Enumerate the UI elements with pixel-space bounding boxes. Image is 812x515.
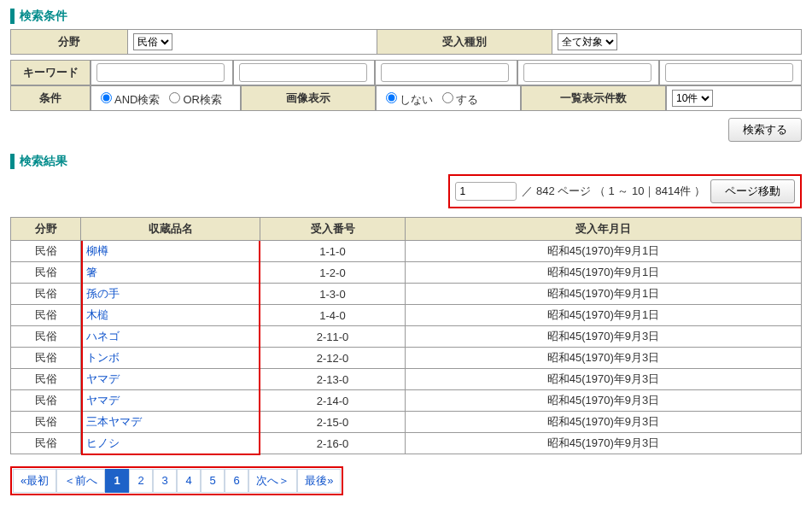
- pager-page-6[interactable]: 6: [225, 469, 248, 493]
- item-name-link[interactable]: トンボ: [86, 351, 120, 364]
- pager-page-5[interactable]: 5: [201, 469, 225, 493]
- cell-date: 昭和45(1970)年9月1日: [406, 241, 802, 262]
- cell-name: トンボ: [81, 348, 260, 369]
- table-row: 民俗ハネゴ2-11-0昭和45(1970)年9月3日: [11, 326, 802, 348]
- col-head-name: 収蔵品名: [81, 218, 260, 241]
- keyword-input-1[interactable]: [96, 63, 225, 82]
- cell-field: 民俗: [11, 326, 81, 348]
- pager-last[interactable]: 最後»: [297, 469, 341, 493]
- list-count-select[interactable]: 10件: [672, 90, 713, 107]
- cell-name: ハネゴ: [81, 326, 260, 348]
- cell-field: 民俗: [11, 348, 81, 369]
- table-row: 民俗トンボ2-12-0昭和45(1970)年9月3日: [11, 348, 802, 369]
- img-on-radio[interactable]: [442, 92, 453, 103]
- cell-num: 1-3-0: [260, 284, 406, 305]
- and-radio-label[interactable]: AND検索: [96, 90, 160, 108]
- pager-page-3[interactable]: 3: [153, 469, 177, 493]
- page-number-input[interactable]: [455, 182, 517, 201]
- pager-page-2[interactable]: 2: [129, 469, 153, 493]
- item-name-link[interactable]: 木槌: [86, 308, 108, 321]
- table-row: 民俗三本ヤマデ2-15-0昭和45(1970)年9月3日: [11, 412, 802, 433]
- cell-date: 昭和45(1970)年9月3日: [406, 369, 802, 390]
- cell-num: 2-14-0: [260, 390, 406, 412]
- cell-num: 2-16-0: [260, 433, 406, 454]
- cell-name: 三本ヤマデ: [81, 412, 260, 433]
- cell-num: 1-2-0: [260, 262, 406, 284]
- table-row: 民俗ヒノシ2-16-0昭和45(1970)年9月3日: [11, 433, 802, 454]
- pager-page-4[interactable]: 4: [177, 469, 201, 493]
- pager-next[interactable]: 次へ＞: [248, 469, 297, 493]
- item-name-link[interactable]: ヤマデ: [86, 372, 120, 385]
- cell-date: 昭和45(1970)年9月3日: [406, 326, 802, 348]
- cell-name: ヤマデ: [81, 369, 260, 390]
- cell-name: 木槌: [81, 305, 260, 326]
- cell-field: 民俗: [11, 241, 81, 262]
- cell-num: 2-15-0: [260, 412, 406, 433]
- img-off-radio-label[interactable]: しない: [382, 90, 433, 108]
- cell-date: 昭和45(1970)年9月3日: [406, 390, 802, 412]
- condition-label: 条件: [10, 85, 91, 111]
- cell-date: 昭和45(1970)年9月1日: [406, 284, 802, 305]
- table-row: 民俗箸1-2-0昭和45(1970)年9月1日: [11, 262, 802, 284]
- cell-field: 民俗: [11, 412, 81, 433]
- list-count-label: 一覧表示件数: [521, 85, 666, 111]
- table-row: 民俗孫の手1-3-0昭和45(1970)年9月1日: [11, 284, 802, 305]
- col-head-num: 受入番号: [260, 218, 406, 241]
- search-results-header: 検索結果: [10, 154, 802, 169]
- cell-date: 昭和45(1970)年9月1日: [406, 305, 802, 326]
- cell-name: ヤマデ: [81, 390, 260, 412]
- img-on-radio-label[interactable]: する: [438, 90, 478, 108]
- cell-field: 民俗: [11, 390, 81, 412]
- search-button[interactable]: 検索する: [728, 118, 802, 142]
- item-name-link[interactable]: ヒノシ: [86, 436, 120, 449]
- cell-date: 昭和45(1970)年9月3日: [406, 412, 802, 433]
- item-name-link[interactable]: 孫の手: [86, 287, 120, 300]
- cell-field: 民俗: [11, 305, 81, 326]
- item-name-link[interactable]: ハネゴ: [86, 330, 120, 342]
- item-name-link[interactable]: ヤマデ: [86, 394, 120, 407]
- img-off-radio[interactable]: [386, 92, 397, 103]
- item-name-link[interactable]: 箸: [86, 266, 97, 278]
- pager-prev[interactable]: ＜前へ: [56, 469, 105, 493]
- and-radio[interactable]: [101, 92, 112, 103]
- cell-date: 昭和45(1970)年9月1日: [406, 262, 802, 284]
- accept-type-label: 受入種別: [377, 30, 552, 55]
- cell-num: 2-11-0: [260, 326, 406, 348]
- or-radio[interactable]: [169, 92, 180, 103]
- cell-num: 2-13-0: [260, 369, 406, 390]
- pager-page-1: 1: [105, 469, 129, 493]
- keyword-input-4[interactable]: [523, 63, 651, 82]
- page-info-text: ／ 842 ページ （ 1 ～ 10｜8414件 ）: [522, 184, 705, 199]
- or-radio-label[interactable]: OR検索: [165, 90, 222, 108]
- cell-field: 民俗: [11, 284, 81, 305]
- cell-num: 2-12-0: [260, 348, 406, 369]
- page-jump-bar: ／ 842 ページ （ 1 ～ 10｜8414件 ） ページ移動: [448, 174, 802, 208]
- keyword-input-3[interactable]: [381, 63, 509, 82]
- table-row: 民俗木槌1-4-0昭和45(1970)年9月1日: [11, 305, 802, 326]
- field-label: 分野: [11, 30, 128, 55]
- keyword-label: キーワード: [10, 60, 91, 85]
- cell-field: 民俗: [11, 369, 81, 390]
- accept-type-select[interactable]: 全て対象: [558, 33, 617, 50]
- page-move-button[interactable]: ページ移動: [710, 179, 795, 203]
- table-row: 民俗ヤマデ2-14-0昭和45(1970)年9月3日: [11, 390, 802, 412]
- pager-first[interactable]: «最初: [13, 469, 56, 493]
- col-head-field: 分野: [11, 218, 81, 241]
- cell-num: 1-4-0: [260, 305, 406, 326]
- table-row: 民俗ヤマデ2-13-0昭和45(1970)年9月3日: [11, 369, 802, 390]
- item-name-link[interactable]: 三本ヤマデ: [86, 415, 142, 428]
- field-select[interactable]: 民俗: [133, 33, 172, 50]
- keyword-input-2[interactable]: [239, 63, 367, 82]
- table-row: 民俗柳樽1-1-0昭和45(1970)年9月1日: [11, 241, 802, 262]
- cell-field: 民俗: [11, 262, 81, 284]
- image-display-label: 画像表示: [241, 85, 376, 111]
- cell-date: 昭和45(1970)年9月3日: [406, 433, 802, 454]
- item-name-link[interactable]: 柳樽: [86, 244, 108, 257]
- cell-num: 1-1-0: [260, 241, 406, 262]
- cell-name: 柳樽: [81, 241, 260, 262]
- keyword-input-5[interactable]: [665, 63, 793, 82]
- cell-field: 民俗: [11, 433, 81, 454]
- search-conditions-header: 検索条件: [10, 9, 802, 24]
- col-head-date: 受入年月日: [406, 218, 802, 241]
- pager: «最初＜前へ123456次へ＞最後»: [10, 466, 343, 495]
